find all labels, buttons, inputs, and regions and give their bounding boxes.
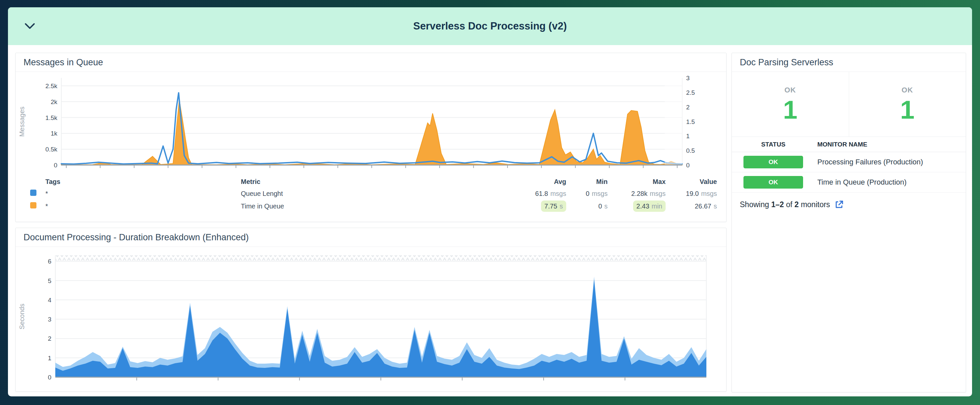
avg-value-highlighted: 7.75s: [541, 201, 566, 212]
messages-in-queue-title: Messages in Queue: [16, 53, 726, 72]
external-link-icon[interactable]: [835, 200, 844, 209]
monitor-name: Time in Queue (Production): [815, 178, 966, 187]
messages-in-queue-card: Messages in Queue 00.5k1k1.5k2k2.5k00.51…: [15, 53, 727, 222]
queue-legend: Tags Metric Avg Min Max Value * Queue Le…: [16, 175, 726, 215]
legend-tag: *: [45, 202, 241, 210]
svg-text:0.5: 0.5: [686, 147, 695, 154]
svg-text:2: 2: [48, 335, 51, 342]
svg-text:0: 0: [686, 162, 690, 169]
collapse-button[interactable]: [22, 20, 37, 32]
monitor-name-column-header: MONITOR NAME: [815, 141, 966, 148]
avg-unit: msgs: [550, 190, 566, 197]
min-value: 0: [598, 202, 602, 210]
value-value: 26.67: [695, 202, 711, 210]
legend-tag: *: [45, 190, 241, 198]
svg-text:6: 6: [48, 258, 51, 265]
monitor-summary-title: Doc Parsing Serverless: [732, 53, 966, 72]
legend-header-tags: Tags: [45, 178, 241, 186]
svg-text:3: 3: [48, 316, 51, 323]
check-status-label: OK: [902, 86, 913, 94]
svg-text:2.5k: 2.5k: [45, 83, 57, 89]
check-cell-1[interactable]: OK 1: [732, 72, 849, 137]
legend-metric: Time in Queue: [241, 202, 508, 210]
svg-text:1: 1: [686, 132, 690, 140]
monitor-footer: Showing 1–2 of 2 monitors: [732, 193, 966, 217]
legend-header-avg: Avg: [508, 178, 566, 186]
svg-text:5: 5: [48, 277, 51, 284]
page-title: Serverless Doc Processing (v2): [8, 20, 972, 32]
duration-breakdown-chart[interactable]: 0123456Seconds: [16, 247, 726, 389]
check-count: 1: [783, 96, 797, 123]
chevron-down-icon: [24, 22, 35, 30]
svg-text:4: 4: [48, 297, 51, 304]
series-swatch-orange: [30, 202, 37, 209]
max-value: 2.28k: [631, 190, 648, 197]
value-unit: msgs: [701, 190, 717, 197]
svg-text:0: 0: [54, 162, 57, 169]
svg-text:1k: 1k: [51, 130, 58, 137]
check-cell-2[interactable]: OK 1: [849, 72, 966, 137]
svg-text:1.5k: 1.5k: [45, 114, 57, 121]
monitor-name: Processing Failures (Production): [815, 158, 966, 166]
svg-text:2: 2: [686, 104, 690, 111]
avg-value: 61.8: [535, 190, 548, 197]
svg-text:0: 0: [48, 374, 51, 381]
dashboard-content: Messages in Queue 00.5k1k1.5k2k2.5k00.51…: [15, 53, 966, 392]
svg-text:2k: 2k: [51, 99, 58, 105]
dashboard-container: Serverless Doc Processing (v2) Messages …: [8, 7, 972, 396]
legend-header-metric: Metric: [241, 178, 508, 186]
svg-text:Seconds: Seconds: [18, 304, 25, 329]
charts-column: Messages in Queue 00.5k1k1.5k2k2.5k00.51…: [15, 53, 727, 392]
svg-text:0.5k: 0.5k: [45, 146, 57, 153]
legend-header-max: Max: [608, 178, 666, 186]
max-value-highlighted: 2.43min: [633, 201, 666, 212]
max-unit: msgs: [650, 190, 666, 197]
legend-metric: Queue Lenght: [241, 190, 508, 198]
legend-header-min: Min: [566, 178, 608, 186]
value-value: 19.0: [686, 190, 699, 197]
monitor-table-header: STATUS MONITOR NAME: [732, 137, 966, 152]
footer-text: Showing 1–2 of 2 monitors: [740, 200, 830, 209]
status-column-header: STATUS: [732, 141, 815, 148]
dashboard-header: Serverless Doc Processing (v2): [8, 7, 972, 45]
min-unit: s: [604, 202, 608, 210]
check-summary: OK 1 OK 1: [732, 72, 966, 137]
value-unit: s: [714, 202, 717, 210]
legend-row-time-in-queue[interactable]: * Time in Queue 7.75s 0s 2.43min 26.67s: [30, 200, 717, 212]
legend-row-queue-length[interactable]: * Queue Lenght 61.8msgs 0msgs 2.28kmsgs …: [30, 187, 717, 200]
monitor-summary-card: Doc Parsing Serverless OK 1 OK 1 STATUS …: [732, 53, 966, 392]
status-badge: OK: [743, 156, 803, 168]
svg-text:1.5: 1.5: [686, 118, 695, 125]
legend-header-value: Value: [666, 178, 717, 186]
monitor-row-time-in-queue[interactable]: OK Time in Queue (Production): [732, 172, 966, 193]
monitor-summary-column: Doc Parsing Serverless OK 1 OK 1 STATUS …: [732, 53, 966, 392]
messages-in-queue-chart[interactable]: 00.5k1k1.5k2k2.5k00.511.522.53Messages: [16, 72, 726, 175]
series-swatch-blue: [30, 190, 37, 196]
svg-text:3: 3: [686, 75, 690, 81]
min-unit: msgs: [592, 190, 608, 197]
check-count: 1: [900, 96, 915, 123]
queue-legend-header-row: Tags Metric Avg Min Max Value: [30, 176, 717, 187]
duration-breakdown-card: Document Processing - Duration Breakdown…: [15, 228, 727, 392]
monitor-row-processing-failures[interactable]: OK Processing Failures (Production): [732, 152, 966, 172]
status-badge: OK: [743, 176, 803, 188]
duration-breakdown-title: Document Processing - Duration Breakdown…: [16, 228, 726, 247]
svg-text:Messages: Messages: [18, 106, 25, 137]
svg-text:1: 1: [48, 355, 51, 362]
check-status-label: OK: [784, 86, 796, 94]
min-value: 0: [586, 190, 589, 197]
svg-text:2.5: 2.5: [686, 89, 695, 96]
